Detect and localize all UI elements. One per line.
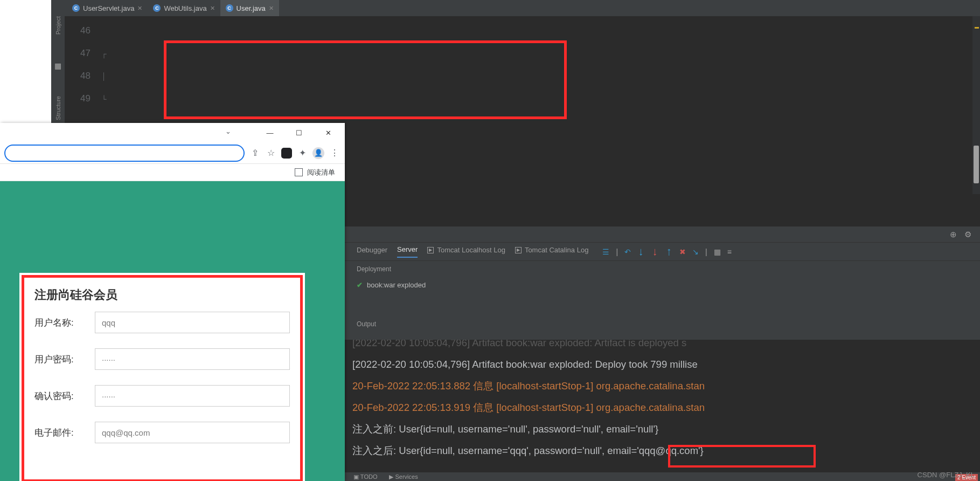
form-title: 注册尚硅谷会员 [34,287,290,303]
tab-label: WebUtils.java [164,4,206,12]
share-icon[interactable]: ⇪ [249,148,261,158]
target-icon[interactable]: ⊕ [950,230,957,239]
line-gutter: 46 47 48 49 [65,19,97,110]
password-label: 用户密码: [34,353,86,366]
tab-userservlet[interactable]: C UserServlet.java ✕ [67,0,148,16]
console-line: 20-Feb-2022 22:05:13.882 信息 [localhost-s… [352,375,972,397]
tab-label: Tomcat Catalina Log [525,246,589,254]
reading-list-label[interactable]: 阅读清单 [307,168,335,177]
upload-icon[interactable]: ⭡ [665,248,673,256]
redo-icon[interactable]: ↘ [692,248,699,256]
reading-list-icon[interactable] [295,168,303,176]
kebab-menu-icon[interactable]: ⋮ [329,148,340,158]
java-class-icon: C [153,4,161,12]
tool-project-label[interactable]: Project [55,16,61,35]
form-row-password: 用户密码: [34,348,290,370]
console-line: 注入之后: User{id=null, username='qqq', pass… [352,440,972,462]
artifact-row[interactable]: ✔ book:war exploded [345,277,980,292]
fold-column: ┌ │ └ [98,19,110,110]
line-num: 48 [65,65,91,87]
extension-icon[interactable] [281,148,292,159]
tab-tomcat-localhost-log[interactable]: ▶ Tomcat Localhost Log [427,246,505,257]
line-num: 46 [65,19,91,42]
tab-debugger[interactable]: Debugger [357,246,387,257]
chevron-down-icon[interactable]: ⌄ [225,127,231,135]
form-row-username: 用户名称: [34,312,290,333]
tool-structure-label[interactable]: Structure [55,96,61,120]
panel-tabs: Debugger Server ▶ Tomcat Localhost Log ▶… [345,243,980,261]
run-panel: ⊕ ⚙ Debugger Server ▶ Tomcat Localhost L… [345,226,980,480]
window-titlebar: ⌄ — ☐ ✕ [0,123,345,142]
star-icon[interactable]: ☆ [265,148,277,158]
tab-label: User.java [237,4,266,12]
form-row-confirm: 确认密码: [34,385,290,407]
tab-user[interactable]: C User.java ✕ [220,0,279,16]
form-row-email: 电子邮件: [34,422,290,443]
artifact-name: book:war exploded [367,281,426,289]
editor-scroll-stripe[interactable] [972,16,980,194]
arrow-up-left-icon[interactable]: ↶ [624,248,631,256]
panel-top-toolbar: ⊕ ⚙ [345,226,980,243]
puzzle-icon[interactable]: ✦ [296,148,308,158]
close-icon[interactable]: ✕ [210,5,215,12]
rows-icon[interactable]: ≡ [727,248,732,256]
panel-action-icons: ☰ | ↶ ⭣ ⭣ ⭡ ✖ ↘ | ▦ ≡ [602,248,731,256]
console-output[interactable]: [2022-02-20 10:05:04,796] Artifact book:… [345,340,980,480]
fold-end-icon[interactable]: └ [101,87,106,110]
tab-webutils[interactable]: C WebUtils.java ✕ [148,0,220,16]
email-input[interactable] [95,422,290,443]
java-class-icon: C [226,4,233,12]
deployment-header: Deployment [345,261,980,277]
tab-label: Tomcat Localhost Log [437,246,505,254]
status-services[interactable]: ▶ Services [389,473,418,480]
sep: | [705,248,707,256]
email-label: 电子邮件: [34,427,86,439]
download-red-icon[interactable]: ⭣ [651,248,659,256]
ide-status-bar: ▣ TODO ▶ Services [345,472,980,481]
code-line [135,65,338,87]
line-num: 47 [65,42,91,65]
bookmarks-row: 阅读清单 [0,164,345,181]
maximize-button[interactable]: ☐ [287,125,311,141]
confirm-input[interactable] [95,385,290,407]
log-icon: ▶ [515,247,522,253]
browser-toolbar: ⇪ ☆ ✦ 👤 ⋮ [0,142,345,164]
tab-tomcat-catalina-log[interactable]: ▶ Tomcat Catalina Log [515,246,589,257]
download-icon[interactable]: ⭣ [637,248,645,256]
profile-avatar[interactable]: 👤 [312,147,324,159]
grid-icon[interactable]: ▦ [714,248,721,256]
close-icon[interactable]: ✕ [137,5,142,12]
list-icon[interactable]: ☰ [602,248,609,256]
tab-server[interactable]: Server [397,245,418,258]
username-label: 用户名称: [34,317,86,329]
fold-mid: │ [102,65,106,87]
watermark: CSDN @FLZJ_KL [918,471,975,479]
close-icon[interactable]: ✕ [269,5,274,12]
register-form-card: 注册尚硅谷会员 用户名称: 用户密码: 确认密码: 电子邮件: [19,273,305,481]
fold-start-icon[interactable]: ┌ [101,42,106,65]
ide-tool-strip: Project ▦ Structure ☰ [51,0,65,124]
console-line: [2022-02-20 10:05:04,796] Artifact book:… [352,354,972,375]
page-content: 注册尚硅谷会员 用户名称: 用户密码: 确认密码: 电子邮件: [0,181,345,481]
password-input[interactable] [95,348,290,370]
confirm-label: 确认密码: [34,390,86,402]
editor-tabs: C UserServlet.java ✕ C WebUtils.java ✕ C… [65,0,980,16]
line-num: 49 [65,87,91,110]
log-icon: ▶ [427,247,434,253]
java-class-icon: C [72,4,80,12]
username-input[interactable] [95,312,290,333]
browser-window: ⌄ — ☐ ✕ ⇪ ☆ ✦ 👤 ⋮ 阅读清单 注册尚硅谷会员 用户名称: 用户密… [0,123,345,481]
close-button[interactable]: ✕ [316,125,340,141]
tab-label: UserServlet.java [83,4,134,12]
check-icon: ✔ [357,281,363,289]
output-header: Output [345,320,980,334]
console-line: [2022-02-20 10:05:04,796] Artifact book:… [352,340,972,354]
cancel-icon[interactable]: ✖ [679,248,686,256]
console-line: 注入之前: User{id=null, username='null', pas… [352,418,972,440]
minimize-button[interactable]: — [258,125,282,141]
sep: | [616,248,618,256]
status-todo[interactable]: ▣ TODO [353,473,377,480]
address-bar[interactable] [4,145,245,162]
folder-icon[interactable]: ▦ [54,61,62,69]
gear-icon[interactable]: ⚙ [964,230,971,239]
